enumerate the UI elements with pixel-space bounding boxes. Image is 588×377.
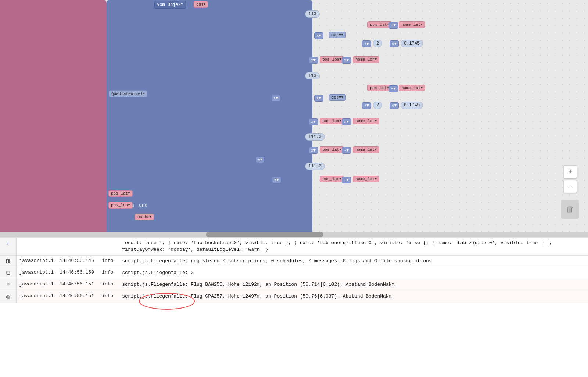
blockly-canvas[interactable]: vom Objekt obj 113 pos_lat +▼ home_lat x… [0, 0, 588, 237]
plus-op-2[interactable]: +▼ [389, 85, 398, 92]
log-message-3: script.js.Fliegenfalle: Flug BAW256, Höh… [119, 279, 588, 291]
x-op-10[interactable]: x▼ [309, 147, 318, 154]
horizontal-scrollbar[interactable] [0, 232, 588, 237]
div-op-2[interactable]: ÷▼ [362, 102, 371, 109]
log-level-3: info [99, 279, 119, 291]
log-time-4: 14:46:56.151 [57, 291, 99, 303]
home-lat-var-2[interactable]: home_lat [399, 85, 425, 91]
home-lon-var-2[interactable]: home_lon [353, 118, 379, 124]
log-row-3: ≡ javascript.1 14:46:56.151 info script.… [0, 279, 588, 291]
x-op-7[interactable]: x▼ [390, 102, 399, 109]
log-message-text-3: script.js.Fliegenfalle: Flug BAW256, Höh… [122, 282, 394, 287]
x-op-9[interactable]: x▼ [342, 118, 351, 125]
number-2-2: 2 [373, 102, 382, 109]
pos-lat-var-bottom[interactable]: pos_lat [108, 190, 133, 197]
pos-lon-var-2[interactable]: pos_lon [320, 118, 344, 124]
und-hoehe-row: und Hoehe [135, 214, 146, 220]
log-source-2: javascript.1 [16, 267, 57, 279]
quadratwurzel-func[interactable]: Quadratwurzel [109, 90, 147, 97]
log-level-0 [99, 238, 119, 256]
minus-op-1[interactable]: -▼ [342, 147, 351, 154]
falls-row: ⚙ falls und pos_lon [108, 202, 150, 209]
decimal-01745-1: 0.1745 [401, 40, 423, 47]
x-op-5[interactable]: x▼ [271, 95, 280, 102]
vom-objekt-block[interactable]: vom Objekt [154, 1, 186, 9]
log-row-2: ⧉ javascript.1 14:46:56.150 info script.… [0, 267, 588, 279]
falls-gear-row: ⚙ pos_lat [108, 190, 116, 197]
log-source-4: javascript.1 [16, 291, 57, 303]
log-row-1: 🗑 javascript.1 14:46:56.146 info script.… [0, 256, 588, 267]
zoom-out-button[interactable]: − [564, 180, 577, 193]
log-level-2: info [99, 267, 119, 279]
log-sidebar-4: ◎ [0, 291, 16, 303]
log-sidebar-3: ≡ [0, 279, 16, 291]
home-lat-var-1[interactable]: home_lat [399, 21, 425, 28]
log-time-2: 14:46:56.150 [57, 267, 99, 279]
cos-func-2: cos▼ [329, 94, 346, 101]
download-icon[interactable]: ↓ [6, 240, 10, 246]
log-sidebar-0: ↓ [0, 238, 16, 256]
pos-lon-var-bottom[interactable]: pos_lon [108, 202, 133, 209]
number-113-2: 113 [305, 72, 320, 79]
pos-lon-var-1[interactable]: pos_lon [320, 56, 344, 63]
trash-icon[interactable]: 🗑 [561, 200, 579, 219]
log-source-3: javascript.1 [16, 279, 57, 291]
zoom-controls: + − [564, 165, 577, 193]
x-op-11[interactable]: x▼ [272, 177, 281, 183]
log-source-0 [16, 238, 57, 256]
log-sidebar-2: ⧉ [0, 267, 16, 279]
home-lat-var-4[interactable]: home_lat [353, 176, 379, 182]
minus-op-2[interactable]: -▼ [342, 177, 351, 183]
cos-func-1: cos▼ [329, 32, 346, 38]
number-113-1: 113 [305, 10, 320, 18]
obj-variable[interactable]: obj [194, 1, 208, 8]
und-label-1: und [139, 203, 147, 208]
log-message-4: script.js.Fliegenfalle: Flug CPA257, Höh… [119, 291, 588, 303]
vom-objekt-label: vom Objekt [157, 2, 183, 7]
div-op-1[interactable]: ÷▼ [362, 40, 371, 47]
plus-op-3[interactable]: +▼ [255, 156, 265, 163]
hoehe-var[interactable]: Hoehe [135, 214, 154, 220]
log-message-1: script.js.Fliegenfalle: registered 0 sub… [119, 256, 588, 267]
log-time-0 [57, 238, 99, 256]
x-op-8[interactable]: x▼ [309, 118, 318, 125]
log-message-text-4: script.js.Fliegenfalle: Flug CPA257, Höh… [122, 294, 391, 299]
copy-icon[interactable]: ⧉ [6, 270, 10, 277]
pos-lat-var-4[interactable]: pos_lat [320, 176, 344, 182]
x-op-2[interactable]: x▼ [390, 40, 399, 47]
x-op-4[interactable]: x▼ [342, 57, 351, 64]
log-level-1: info [99, 256, 119, 267]
log-row-0: ↓ result: true }, { name: 'tab-bucketmap… [0, 238, 588, 256]
filter-icon[interactable]: 🗑 [5, 258, 11, 265]
log-level-4: info [99, 291, 119, 303]
decimal-01745-2: 0.1745 [401, 102, 423, 109]
number-2-1: 2 [373, 40, 382, 47]
log-source-1: javascript.1 [16, 256, 57, 267]
log-row-4: ◎ javascript.1 14:46:56.151 info script.… [0, 291, 588, 303]
pos-lat-var-3[interactable]: pos_lat [320, 146, 344, 153]
zoom-in-button[interactable]: + [564, 165, 577, 178]
log-table: ↓ result: true }, { name: 'tab-bucketmap… [0, 238, 588, 303]
home-lat-var-3[interactable]: home_lat [353, 146, 379, 153]
hide-icon[interactable]: ◎ [6, 294, 10, 300]
left-panel [0, 0, 107, 237]
log-message-2: script.js.Fliegenfalle: 2 [119, 267, 588, 279]
number-1113-1: 111.3 [305, 133, 325, 141]
pos-lat-var-1[interactable]: pos_lat [368, 21, 392, 28]
x-op-6[interactable]: x▼ [314, 95, 323, 102]
log-message-0: result: true }, { name: 'tab-bucketmap-0… [119, 238, 588, 256]
scrollbar-thumb[interactable] [206, 232, 323, 237]
plus-op-1[interactable]: +▼ [389, 22, 398, 29]
align-icon[interactable]: ≡ [6, 281, 10, 288]
home-lon-var-1[interactable]: home_lon [353, 56, 379, 63]
pos-lat-var-2[interactable]: pos_lat [368, 85, 392, 91]
number-1113-2: 111.3 [305, 163, 325, 170]
log-panel: ↓ result: true }, { name: 'tab-bucketmap… [0, 237, 588, 377]
log-sidebar-1: 🗑 [0, 256, 16, 267]
log-time-1: 14:46:56.146 [57, 256, 99, 267]
x-op-3[interactable]: x▼ [309, 57, 318, 64]
x-op-1[interactable]: x▼ [314, 32, 323, 39]
log-time-3: 14:46:56.151 [57, 279, 99, 291]
